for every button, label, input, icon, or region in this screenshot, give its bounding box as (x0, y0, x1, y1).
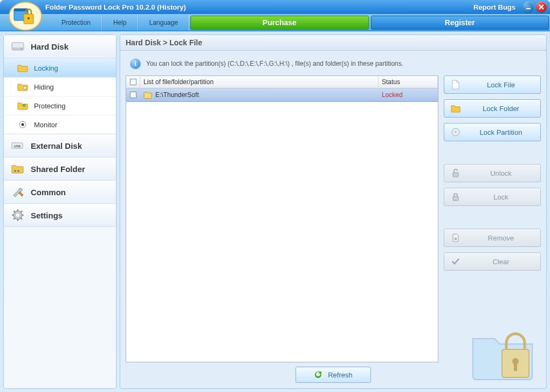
sidebar-item-label: Hiding (34, 83, 54, 91)
monitor-icon (17, 120, 29, 129)
purchase-button[interactable]: Purchase (190, 16, 368, 30)
menu-language[interactable]: Language (138, 15, 189, 31)
list-header: List of file/folder/partition Status (126, 76, 438, 88)
tools-icon (10, 186, 25, 198)
gear-icon (10, 209, 25, 221)
svg-point-9 (23, 86, 26, 90)
svg-line-26 (13, 218, 15, 219)
sidebar-cat-external-disk[interactable]: USB External Disk (4, 134, 116, 157)
hard-disk-icon (10, 40, 25, 52)
folder-icon (451, 104, 460, 113)
partition-icon (451, 127, 460, 137)
svg-point-15 (17, 170, 19, 172)
refresh-button[interactable]: Refresh (295, 367, 371, 383)
check-icon (451, 257, 460, 266)
breadcrumb: Hard Disk > Lock File (120, 35, 546, 51)
lock-icon (451, 192, 460, 202)
lock-button: Lock (444, 188, 541, 206)
sidebar-cat-label: External Disk (31, 141, 82, 150)
svg-point-4 (28, 17, 30, 19)
info-icon: i (130, 58, 141, 69)
svg-line-24 (20, 218, 22, 219)
usb-icon: USB (10, 140, 25, 152)
sidebar-cat-shared-folder[interactable]: Shared Folder (4, 157, 116, 181)
info-banner: i You can lock the partition(s) (C:\,D:\… (126, 56, 541, 75)
menu-bar: Protection Help Language Purchase Regist… (0, 14, 550, 31)
svg-point-28 (455, 131, 457, 133)
lock-file-button[interactable]: Lock File (444, 75, 541, 94)
action-panel: Lock File Lock Folder Lock Partition (444, 75, 541, 362)
row-name-text: E:\ThunderSoft (155, 91, 199, 99)
col-name[interactable]: List of file/folder/partition (140, 76, 379, 88)
svg-point-11 (22, 123, 24, 126)
menu-protection[interactable]: Protection (51, 15, 102, 31)
svg-point-14 (14, 170, 16, 172)
sidebar-item-label: Monitor (34, 121, 57, 129)
sidebar-cat-label: Common (31, 188, 66, 197)
minimize-button[interactable] (523, 2, 534, 12)
folder-icon (143, 91, 152, 99)
svg-rect-30 (453, 196, 458, 201)
folder-hide-icon (17, 82, 29, 92)
sidebar-cat-label: Shared Folder (31, 164, 85, 174)
sidebar-item-protecting[interactable]: Protecting (4, 96, 116, 115)
sidebar-item-monitor[interactable]: Monitor (4, 115, 116, 134)
list-row[interactable]: E:\ThunderSoft Locked (126, 88, 438, 102)
svg-line-25 (20, 211, 22, 212)
sidebar-cat-settings[interactable]: Settings (4, 204, 116, 227)
remove-button: Remove (444, 229, 541, 247)
header-checkbox[interactable] (130, 79, 136, 85)
sidebar-item-label: Locking (34, 64, 58, 72)
decorative-lock-art (469, 324, 539, 383)
svg-text:USB: USB (14, 145, 21, 148)
folder-shield-icon (17, 101, 29, 111)
sidebar-item-locking[interactable]: Locking (4, 58, 116, 77)
sidebar: Hard Disk Locking Hiding (3, 35, 116, 389)
col-status[interactable]: Status (379, 76, 438, 88)
sidebar-item-hiding[interactable]: Hiding (4, 77, 116, 96)
app-title: Folder Password Lock Pro 10.2.0 (History… (45, 3, 186, 11)
lock-folder-button[interactable]: Lock Folder (444, 99, 541, 118)
menu-help[interactable]: Help (102, 15, 138, 31)
remove-icon (451, 233, 460, 243)
report-bugs-link[interactable]: Report Bugs (473, 3, 515, 11)
sidebar-cat-hard-disk[interactable]: Hard Disk (4, 35, 116, 58)
svg-point-8 (21, 48, 22, 49)
sidebar-cat-label: Hard Disk (31, 42, 68, 51)
svg-rect-5 (526, 8, 531, 9)
unlock-button: Unlock (444, 164, 541, 182)
clear-button: Clear (444, 252, 541, 271)
unlock-icon (451, 168, 460, 178)
svg-point-18 (16, 214, 19, 217)
refresh-icon (314, 370, 322, 379)
file-list: List of file/folder/partition Status E:\… (126, 75, 438, 362)
app-logo (6, 1, 44, 31)
folder-lock-icon (17, 63, 29, 73)
register-button[interactable]: Register (371, 16, 549, 30)
main-panel: Hard Disk > Lock File i You can lock the… (120, 35, 547, 389)
svg-line-23 (13, 211, 15, 212)
row-checkbox[interactable] (130, 92, 136, 98)
lock-partition-button[interactable]: Lock Partition (444, 123, 541, 141)
file-icon (451, 80, 460, 90)
row-status-text: Locked (379, 88, 438, 101)
shared-folder-icon (10, 163, 25, 175)
svg-rect-29 (453, 173, 458, 177)
close-button[interactable] (536, 2, 547, 12)
info-text: You can lock the partition(s) (C:\,D:\,E… (146, 60, 403, 67)
svg-rect-33 (514, 363, 517, 371)
svg-rect-16 (19, 192, 23, 196)
sidebar-item-label: Protecting (34, 102, 66, 110)
title-bar: Folder Password Lock Pro 10.2.0 (History… (0, 0, 550, 14)
sidebar-cat-common[interactable]: Common (4, 181, 116, 204)
sidebar-cat-label: Settings (31, 211, 63, 220)
